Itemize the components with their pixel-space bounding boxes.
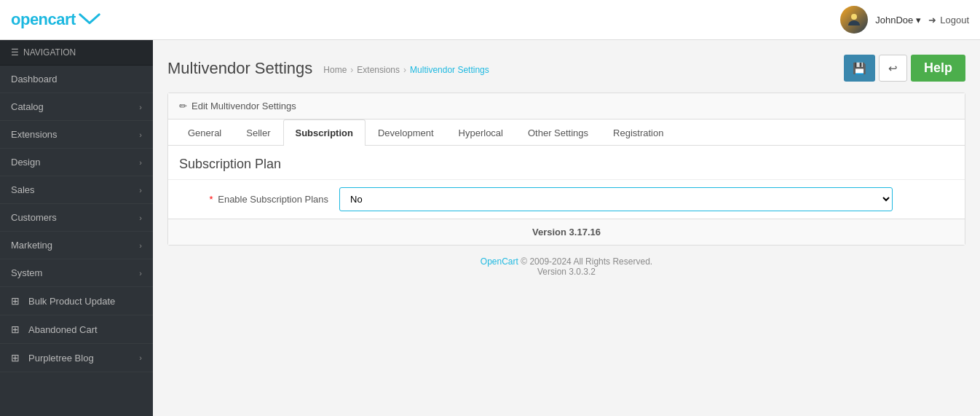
- breadcrumb-sep: ›: [403, 65, 406, 75]
- tab-seller[interactable]: Seller: [234, 119, 282, 146]
- sidebar-item-bulk-product-update[interactable]: ⊞ Bulk Product Update: [0, 287, 153, 315]
- edit-icon: ✏: [179, 101, 187, 111]
- tabs-bar: General Seller Subscription Development …: [168, 119, 965, 146]
- logo-area: opencart: [11, 10, 100, 30]
- sidebar-item-design[interactable]: Design ›: [0, 149, 153, 176]
- logout-arrow-icon: ➜: [928, 15, 936, 25]
- tab-label: Development: [378, 127, 434, 138]
- breadcrumb-extensions[interactable]: Extensions: [357, 65, 400, 75]
- sidebar-item-label: Sales: [11, 184, 35, 195]
- sidebar-item-label: Purpletree Blog: [28, 353, 94, 364]
- tab-label: Other Settings: [528, 127, 588, 138]
- sidebar-item-extensions[interactable]: Extensions ›: [0, 121, 153, 149]
- logo-text: opencart: [11, 10, 76, 29]
- nav-header: ☰ NAVIGATION: [0, 40, 153, 66]
- enable-subscription-select[interactable]: No Yes: [339, 187, 893, 211]
- enable-subscription-row: * Enable Subscription Plans No Yes: [168, 179, 965, 219]
- main-content: Multivendor Settings Home › Extensions ›…: [153, 40, 980, 416]
- breadcrumb: Home › Extensions › Multivendor Settings: [323, 65, 489, 75]
- sidebar-item-label: Bulk Product Update: [28, 296, 115, 307]
- back-icon: ↩: [888, 62, 898, 74]
- sidebar-item-label: System: [11, 267, 42, 278]
- sidebar-item-catalog[interactable]: Catalog ›: [0, 93, 153, 121]
- footer-copyright: OpenCart © 2009-2024 All Rights Reserved…: [178, 256, 955, 267]
- logout-button[interactable]: ➜ Logout: [928, 15, 969, 25]
- sidebar: ☰ NAVIGATION Dashboard Catalog › Extensi…: [0, 40, 153, 416]
- footer-copyright-text: © 2009-2024 All Rights Reserved.: [521, 256, 652, 267]
- sidebar-item-marketing[interactable]: Marketing ›: [0, 232, 153, 259]
- page-title: Multivendor Settings: [167, 59, 312, 78]
- sidebar-item-label: Design: [11, 157, 40, 168]
- breadcrumb-current: Multivendor Settings: [410, 65, 489, 75]
- chevron-right-icon: ›: [139, 241, 142, 250]
- nav-menu-icon: ☰: [11, 47, 19, 58]
- sidebar-item-sales[interactable]: Sales ›: [0, 176, 153, 204]
- header-buttons: 💾 ↩ Help: [844, 55, 965, 82]
- tab-subscription[interactable]: Subscription: [283, 119, 365, 146]
- top-header: opencart JohnDoe ▾ ➜ Logout: [0, 0, 980, 40]
- opencart-link[interactable]: OpenCart: [481, 256, 518, 267]
- footer: OpenCart © 2009-2024 All Rights Reserved…: [167, 246, 965, 288]
- logout-label: Logout: [940, 15, 969, 25]
- sidebar-item-abandoned-cart[interactable]: ⊞ Abandoned Cart: [0, 315, 153, 344]
- breadcrumb-sep: ›: [350, 65, 353, 75]
- page-header: Multivendor Settings Home › Extensions ›…: [167, 55, 965, 82]
- sidebar-item-dashboard[interactable]: Dashboard: [0, 66, 153, 93]
- enable-label-text: Enable Subscription Plans: [218, 194, 328, 205]
- tab-label: Registration: [613, 127, 663, 138]
- page-title-area: Multivendor Settings Home › Extensions ›…: [167, 59, 489, 78]
- help-button[interactable]: Help: [911, 55, 965, 82]
- chevron-right-icon: ›: [139, 269, 142, 278]
- chevron-right-icon: ›: [139, 103, 142, 111]
- card-header-label: Edit Multivendor Settings: [191, 101, 296, 111]
- settings-card: ✏ Edit Multivendor Settings General Sell…: [167, 93, 965, 246]
- chevron-right-icon: ›: [139, 130, 142, 139]
- sidebar-item-label: Marketing: [11, 240, 52, 251]
- grid-icon: ⊞: [11, 295, 20, 307]
- chevron-right-icon: ›: [139, 186, 142, 195]
- tab-registration[interactable]: Registration: [601, 119, 676, 146]
- sidebar-item-label: Catalog: [11, 101, 44, 112]
- footer-version: Version 3.0.3.2: [178, 267, 955, 277]
- tab-general[interactable]: General: [175, 119, 234, 146]
- sidebar-item-label: Customers: [11, 212, 57, 223]
- sidebar-item-label: Abandoned Cart: [28, 324, 98, 335]
- grid-icon: ⊞: [11, 352, 20, 364]
- svg-point-0: [851, 14, 857, 20]
- opencart-logo: opencart: [11, 10, 100, 30]
- breadcrumb-home[interactable]: Home: [323, 65, 347, 75]
- dropdown-arrow-icon: ▾: [916, 15, 921, 25]
- chevron-right-icon: ›: [139, 158, 142, 167]
- save-icon: 💾: [853, 62, 866, 74]
- tab-hyperlocal[interactable]: Hyperlocal: [446, 119, 515, 146]
- sidebar-item-label: Extensions: [11, 129, 58, 140]
- sidebar-item-system[interactable]: System ›: [0, 259, 153, 287]
- nav-header-label: NAVIGATION: [23, 47, 76, 58]
- header-right: JohnDoe ▾ ➜ Logout: [840, 6, 969, 34]
- back-button[interactable]: ↩: [879, 55, 907, 82]
- tab-label: Subscription: [296, 127, 353, 138]
- logo-icon: [79, 10, 100, 30]
- sidebar-item-label: Dashboard: [11, 74, 58, 85]
- user-dropdown[interactable]: JohnDoe ▾: [875, 15, 921, 25]
- tab-development[interactable]: Development: [365, 119, 446, 146]
- grid-icon: ⊞: [11, 323, 20, 335]
- tab-label: General: [188, 127, 221, 138]
- version-bar: Version 3.17.16: [168, 219, 965, 245]
- sidebar-item-purpletree-blog[interactable]: ⊞ Purpletree Blog ›: [0, 344, 153, 372]
- username-label: JohnDoe: [875, 15, 913, 25]
- avatar: [840, 6, 868, 34]
- tab-label: Seller: [246, 127, 270, 138]
- subscription-section-title: Subscription Plan: [168, 146, 965, 179]
- enable-subscription-label: * Enable Subscription Plans: [179, 194, 339, 205]
- subscription-section: Subscription Plan * Enable Subscription …: [168, 146, 965, 245]
- required-indicator: *: [210, 194, 213, 205]
- save-button[interactable]: 💾: [844, 55, 875, 82]
- sidebar-item-customers[interactable]: Customers ›: [0, 204, 153, 232]
- chevron-right-icon: ›: [139, 213, 142, 222]
- chevron-right-icon: ›: [139, 353, 142, 362]
- main-layout: ☰ NAVIGATION Dashboard Catalog › Extensi…: [0, 40, 980, 416]
- tab-other-settings[interactable]: Other Settings: [515, 119, 601, 146]
- card-header: ✏ Edit Multivendor Settings: [168, 93, 965, 119]
- tab-label: Hyperlocal: [459, 127, 503, 138]
